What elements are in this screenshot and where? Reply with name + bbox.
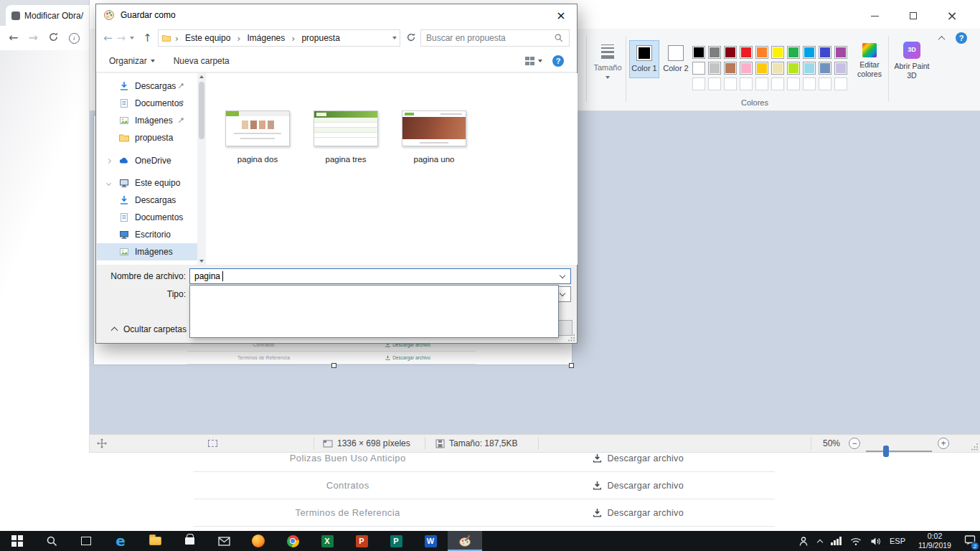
open-paint3d-button[interactable]: 3D Abrir Paint 3D — [892, 42, 932, 80]
taskbar-word-button[interactable]: W — [413, 531, 448, 551]
change-view-button[interactable] — [525, 57, 543, 65]
network-signal-icon[interactable] — [831, 537, 842, 545]
browser-forward-icon[interactable]: → — [28, 32, 37, 44]
breadcrumb-segment[interactable]: Este equipo — [182, 33, 233, 43]
task-view-button[interactable] — [69, 531, 103, 551]
zoom-in-button[interactable]: + — [938, 435, 949, 452]
palette-swatch[interactable] — [819, 77, 831, 90]
expand-chevron-icon[interactable] — [106, 180, 111, 185]
hidden-button-fragment[interactable] — [558, 320, 573, 336]
recent-locations-icon[interactable] — [130, 37, 134, 39]
breadcrumb-segment[interactable]: propuesta — [298, 33, 342, 43]
palette-swatch[interactable] — [740, 46, 753, 59]
nav-up-icon[interactable]: ↑ — [143, 33, 152, 44]
zoom-out-button[interactable]: − — [849, 435, 860, 452]
edit-colors-button[interactable]: Editar colores — [852, 43, 887, 79]
filename-input[interactable]: pagina — [189, 268, 571, 284]
taskbar-paint-button[interactable] — [448, 531, 482, 551]
volume-icon[interactable] — [870, 537, 881, 546]
palette-swatch[interactable] — [819, 46, 831, 59]
collapse-ribbon-icon[interactable] — [938, 35, 946, 42]
zoom-slider[interactable] — [866, 443, 932, 460]
palette-swatch[interactable] — [724, 62, 737, 75]
refresh-icon[interactable] — [406, 32, 416, 44]
palette-swatch[interactable] — [708, 62, 721, 75]
taskbar-publisher-button[interactable]: P — [379, 531, 413, 551]
palette-swatch[interactable] — [803, 62, 816, 75]
sidebar-item-descargas-pc[interactable]: Descargas — [97, 192, 197, 209]
paint-help-icon[interactable]: ? — [956, 32, 967, 44]
canvas-resize-handle[interactable] — [569, 363, 574, 368]
color2-button[interactable]: Color 2 — [661, 40, 691, 78]
address-bar[interactable]: › Este equipo › Imágenes › propuesta — [158, 29, 400, 47]
organize-button[interactable]: Organizar — [109, 56, 155, 66]
palette-swatch[interactable] — [771, 62, 784, 75]
new-folder-button[interactable]: Nueva carpeta — [174, 56, 230, 66]
people-icon[interactable] — [798, 536, 809, 547]
sidebar-item-documentos-pc[interactable]: Documentos — [97, 209, 197, 226]
browser-tab[interactable]: Modificar Obra/ — [6, 5, 96, 26]
browser-reload-icon[interactable] — [48, 32, 59, 44]
hidden-icons-chevron[interactable] — [817, 539, 823, 545]
sidebar-item-escritorio[interactable]: Escritorio — [97, 226, 197, 243]
taskbar-powerpoint-button[interactable]: P — [344, 531, 379, 551]
palette-swatch[interactable] — [803, 46, 816, 59]
download-link[interactable]: Descargar archivo — [501, 508, 775, 518]
palette-swatch[interactable] — [724, 46, 737, 59]
palette-swatch[interactable] — [771, 46, 784, 59]
palette-swatch[interactable] — [740, 62, 753, 75]
scrollbar-thumb[interactable] — [199, 82, 204, 139]
color1-button[interactable]: Color 1 — [629, 40, 659, 78]
taskbar-chrome-button[interactable] — [275, 531, 310, 551]
dialog-close-button[interactable]: × — [545, 4, 577, 26]
sidebar-item-imagenes-pc[interactable]: Imágenes — [97, 243, 197, 260]
palette-swatch[interactable] — [834, 77, 847, 90]
palette-swatch[interactable] — [834, 62, 847, 75]
palette-swatch[interactable] — [692, 46, 705, 59]
palette-swatch[interactable] — [692, 77, 705, 90]
taskbar-excel-button[interactable]: X — [310, 531, 344, 551]
start-button[interactable] — [0, 531, 34, 551]
palette-swatch[interactable] — [755, 77, 768, 90]
palette-swatch[interactable] — [708, 46, 721, 59]
minimize-button[interactable] — [858, 6, 891, 26]
resize-grip-icon[interactable] — [971, 443, 979, 451]
close-button[interactable]: × — [936, 6, 969, 26]
taskbar-edge-button[interactable]: e — [103, 531, 138, 551]
language-indicator[interactable]: ESP — [890, 537, 905, 545]
address-dropdown-icon[interactable] — [392, 37, 397, 39]
palette-swatch[interactable] — [787, 62, 800, 75]
palette-swatch[interactable] — [787, 46, 800, 59]
taskbar-firefox-button[interactable] — [241, 531, 275, 551]
clock[interactable]: 0:02 11/9/2019 — [914, 532, 956, 550]
file-item[interactable]: pagina uno — [402, 110, 466, 164]
sidebar-item-onedrive[interactable]: OneDrive — [97, 152, 197, 169]
sidebar-item-documentos[interactable]: Documentos — [97, 95, 197, 112]
taskbar-search-button[interactable] — [34, 531, 69, 551]
page-info-icon[interactable]: i — [69, 33, 80, 44]
download-link[interactable]: Descargar archivo — [501, 453, 775, 463]
maximize-button[interactable] — [897, 6, 930, 26]
search-icon[interactable] — [554, 33, 564, 43]
download-link[interactable]: Descargar archivo — [501, 481, 775, 491]
sidebar-item-este-equipo[interactable]: Este equipo — [97, 174, 197, 192]
palette-swatch[interactable] — [755, 62, 768, 75]
filename-suggestions-panel[interactable] — [189, 285, 559, 338]
file-item[interactable]: pagina tres — [314, 110, 378, 164]
zoom-slider-thumb[interactable] — [883, 446, 889, 457]
sidebar-item-imagenes[interactable]: Imágenes — [97, 112, 197, 129]
palette-swatch[interactable] — [740, 77, 753, 90]
sidebar-scrollbar[interactable] — [197, 73, 206, 265]
taskbar-file-explorer-button[interactable] — [138, 531, 172, 551]
nav-back-icon[interactable]: ← — [103, 33, 113, 44]
palette-swatch[interactable] — [819, 62, 831, 75]
palette-swatch[interactable] — [708, 77, 721, 90]
scroll-up-icon[interactable] — [199, 75, 204, 78]
canvas-resize-handle[interactable] — [331, 363, 336, 368]
scroll-down-icon[interactable] — [199, 260, 204, 263]
taskbar-mail-button[interactable] — [207, 531, 241, 551]
palette-swatch[interactable] — [724, 77, 737, 90]
wifi-icon[interactable] — [850, 537, 862, 546]
sidebar-item-descargas[interactable]: Descargas — [97, 77, 197, 95]
dialog-help-icon[interactable]: ? — [552, 55, 564, 67]
